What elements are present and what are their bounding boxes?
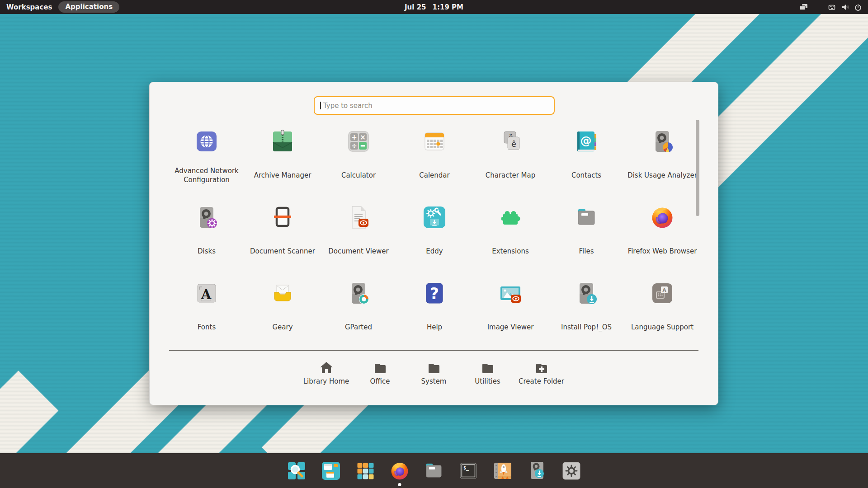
clock-time: 1:19 PM <box>433 3 463 11</box>
app-advanced-network-configuration[interactable]: Advanced Network Configuration <box>169 119 245 195</box>
app-image-viewer[interactable]: Image Viewer <box>472 271 548 347</box>
category-label: Create Folder <box>519 377 564 385</box>
category-utilities[interactable]: Utilities <box>461 360 514 385</box>
dock-settings[interactable] <box>561 460 582 481</box>
scrollbar-thumb[interactable] <box>696 120 699 216</box>
app-help[interactable]: ? Help <box>396 271 472 347</box>
svg-text:A: A <box>662 287 666 293</box>
dock-workspaces-overview[interactable] <box>321 460 341 481</box>
app-label: Disks <box>170 247 243 256</box>
category-label: System <box>421 377 447 385</box>
category-label: Office <box>370 377 390 385</box>
displays-icon[interactable] <box>799 4 808 11</box>
search-input[interactable]: Type to search <box>314 96 555 115</box>
app-firefox-web-browser[interactable]: Firefox Web Browser <box>624 195 700 271</box>
app-label: Character Map <box>474 171 547 180</box>
category-library-home[interactable]: Library Home <box>299 360 353 385</box>
folder-icon <box>427 360 441 375</box>
app-label: Help <box>398 323 471 332</box>
svg-text:A: A <box>201 287 212 302</box>
app-extensions[interactable]: Extensions <box>472 195 548 271</box>
app-disk-usage-analyzer[interactable]: Disk Usage Analyzer <box>624 119 700 195</box>
app-install-pop-os[interactable]: Install Pop!_OS <box>548 271 624 347</box>
category-system[interactable]: System <box>407 360 461 385</box>
app-label: Contacts <box>550 171 623 180</box>
category-create-folder[interactable]: Create Folder <box>514 360 568 385</box>
app-label: Advanced Network Configuration <box>170 166 243 184</box>
app-document-viewer[interactable]: Document Viewer <box>321 195 396 271</box>
app-label: Disk Usage Analyzer <box>626 171 698 180</box>
fonts-icon: A <box>194 281 219 306</box>
app-gparted[interactable]: GParted <box>321 271 396 347</box>
dock-terminal[interactable]: $_ <box>458 460 479 481</box>
gparted-icon <box>346 281 371 306</box>
app-label: Calculator <box>322 171 395 180</box>
svg-text:ê: ê <box>511 139 516 149</box>
app-character-map[interactable]: öê Character Map <box>472 119 548 195</box>
clock[interactable]: Jul 251:19 PM <box>0 3 868 11</box>
app-label: Firefox Web Browser <box>626 247 698 256</box>
dock-applications-grid[interactable] <box>355 460 376 481</box>
app-calculator[interactable]: +×÷= Calculator <box>321 119 396 195</box>
svg-text:$_: $_ <box>463 465 469 471</box>
svg-text:?: ? <box>430 285 439 303</box>
search-placeholder: Type to search <box>323 102 373 110</box>
ethernet-icon[interactable] <box>828 4 835 11</box>
folder-icon <box>481 360 495 375</box>
advanced-network-icon <box>194 129 219 154</box>
disk-usage-analyzer-icon <box>650 129 675 154</box>
document-scanner-icon <box>270 205 295 230</box>
app-files[interactable]: Files <box>548 195 624 271</box>
category-office[interactable]: Office <box>353 360 407 385</box>
app-label: Geary <box>246 323 319 332</box>
geary-icon <box>270 281 295 306</box>
app-label: Install Pop!_OS <box>550 323 623 332</box>
volume-icon[interactable] <box>841 4 849 11</box>
power-icon[interactable] <box>854 4 862 11</box>
app-geary[interactable]: Geary <box>245 271 321 347</box>
svg-text:@: @ <box>580 134 592 147</box>
folder-icon <box>373 360 387 375</box>
help-icon: ? <box>422 281 447 306</box>
dock-pop-installer[interactable] <box>527 460 547 481</box>
dock-pop-launcher[interactable] <box>286 460 307 481</box>
clock-date: Jul 25 <box>405 3 426 11</box>
app-label: Files <box>550 247 623 256</box>
app-label: Document Viewer <box>322 247 395 256</box>
archive-manager-icon <box>270 129 295 154</box>
workspaces-button[interactable]: Workspaces <box>6 3 52 11</box>
dock-files[interactable] <box>424 460 444 481</box>
eddy-icon <box>422 205 447 230</box>
folder-plus-icon <box>534 360 549 375</box>
app-label: Document Scanner <box>246 247 319 256</box>
language-support-icon: A <box>650 281 675 306</box>
app-eddy[interactable]: Eddy <box>396 195 472 271</box>
app-document-scanner[interactable]: Document Scanner <box>245 195 321 271</box>
app-contacts[interactable]: @ Contacts <box>548 119 624 195</box>
running-indicator-dot <box>398 483 401 486</box>
image-viewer-icon <box>498 281 523 306</box>
character-map-icon: öê <box>498 129 523 154</box>
app-label: Calendar <box>398 171 471 180</box>
svg-text:+: + <box>351 133 357 141</box>
app-fonts[interactable]: A Fonts <box>169 271 245 347</box>
app-label: Archive Manager <box>246 171 319 180</box>
document-viewer-icon <box>346 205 371 230</box>
divider <box>169 350 698 351</box>
app-label: Eddy <box>398 247 471 256</box>
dock-pop-shop[interactable] <box>492 460 513 481</box>
extensions-icon <box>498 205 523 230</box>
calculator-icon: +×÷= <box>346 129 371 154</box>
app-calendar[interactable]: Calendar <box>396 119 472 195</box>
app-label: Extensions <box>474 247 547 256</box>
category-label: Utilities <box>475 377 500 385</box>
app-archive-manager[interactable]: Archive Manager <box>245 119 321 195</box>
applications-button[interactable]: Applications <box>58 1 119 13</box>
svg-text:÷: ÷ <box>351 142 357 150</box>
home-icon <box>319 360 334 375</box>
app-disks[interactable]: Disks <box>169 195 245 271</box>
contacts-icon: @ <box>574 129 599 154</box>
dock: $_ <box>0 453 868 488</box>
app-language-support[interactable]: A Language Support <box>624 271 700 347</box>
dock-firefox[interactable] <box>389 460 410 481</box>
